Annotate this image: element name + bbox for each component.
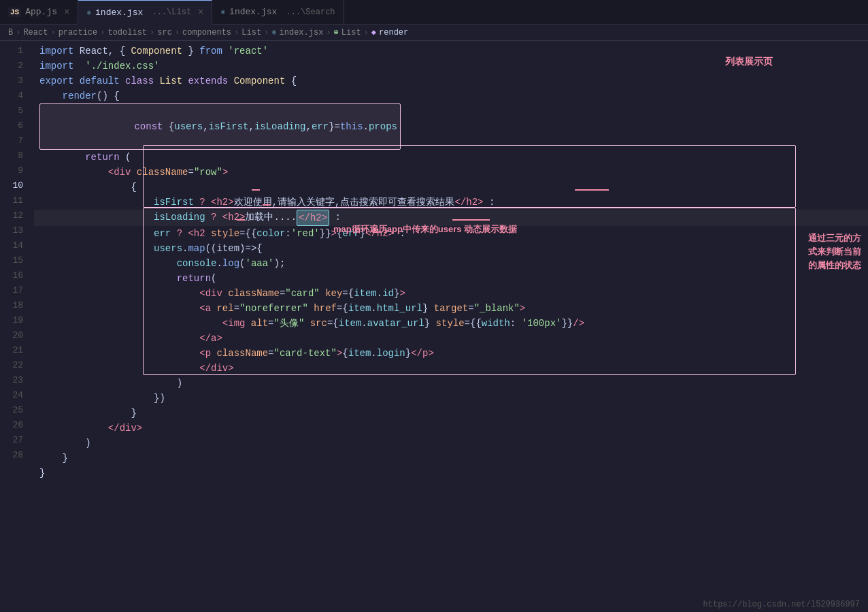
code-line-9: isFirst ? <h2>欢迎使用,请输入关键字,点击搜索即可查看搜索结果</… [34, 195, 868, 210]
ln-4: 4 [5, 88, 23, 103]
code-line-18: </a> [34, 331, 868, 346]
breadcrumb-file-icon: ⚛ [271, 27, 276, 37]
breadcrumb-method-icon: ◆ [371, 27, 376, 37]
ln-13: 13 [5, 223, 23, 238]
ln-3: 3 [5, 74, 23, 88]
code-line-19: <p className="card-text">{item.login}</p… [34, 346, 868, 361]
code-line-24: </div> [34, 421, 868, 436]
tab-indexjsx-list-label: index.jsx [95, 7, 143, 18]
code-line-17: <img alt="头像" src={item.avatar_url} styl… [34, 316, 868, 331]
tab-indexjsx-list[interactable]: ⚛ index.jsx ...\List × [78, 0, 212, 25]
ln-24: 24 [5, 388, 23, 403]
ln-14: 14 [5, 238, 23, 253]
ln-5: 5 [5, 103, 23, 118]
code-line-28 [34, 481, 868, 526]
breadcrumb-practice: practice [59, 28, 98, 37]
line-numbers: 1 2 3 4 5 6 7 8 9 10 11 12 13 14 15 16 1… [0, 41, 34, 609]
breadcrumb-react: React [23, 28, 48, 37]
jsx-icon-search: ⚛ [220, 7, 225, 16]
tab-appjs-close[interactable]: × [64, 7, 69, 18]
code-line-5: const {users,isFirst,isLoading,err}=this… [34, 103, 868, 150]
code-line-7: <div className="row"> [34, 165, 868, 180]
tab-indexjsx-search[interactable]: ⚛ index.jsx ...\Search [212, 0, 344, 25]
ln-11: 11 [5, 193, 23, 208]
tab-bar: JS App.js × ⚛ index.jsx ...\List × ⚛ ind… [0, 0, 868, 25]
code-line-13: console.log('aaa'); [34, 256, 868, 271]
tab-appjs-label: App.js [25, 7, 57, 17]
code-line-16: <a rel="noreferrer" href={item.html_url}… [34, 301, 868, 316]
js-icon: JS [8, 7, 21, 17]
tab-appjs[interactable]: JS App.js × [0, 0, 78, 25]
ln-7: 7 [5, 133, 23, 148]
jsx-icon-list: ⚛ [86, 8, 91, 17]
code-line-3: export default class List extends Compon… [34, 74, 868, 88]
ln-21: 21 [5, 343, 23, 358]
ln-25: 25 [5, 403, 23, 418]
ln-15: 15 [5, 253, 23, 268]
code-line-12: users.map((item)=>{ [34, 241, 868, 256]
code-line-14: return( [34, 271, 868, 286]
ln-12: 12 [5, 208, 23, 223]
code-line-27: } [34, 466, 868, 481]
ln-6: 6 [5, 118, 23, 133]
ln-18: 18 [5, 298, 23, 313]
code-line-4: render() { [34, 88, 868, 103]
annotation-ternary: 通过三元的方 式来判断当前 的属性的状态 [808, 231, 861, 272]
code-line-6: return ( [34, 150, 868, 165]
code-line-20: </div> [34, 361, 868, 376]
annotation-map: map循环遍历app中传来的users 动态展示数据 [333, 223, 517, 236]
ln-28: 28 [5, 448, 23, 463]
ln-16: 16 [5, 268, 23, 283]
ln-10: 10 [5, 178, 23, 193]
breadcrumb-src: src [157, 28, 172, 37]
annotation-list-page: 列表展示页 [725, 56, 773, 68]
ln-8: 8 [5, 148, 23, 163]
code-line-22: }) [34, 391, 868, 406]
ln-26: 26 [5, 418, 23, 433]
code-line-21: ) [34, 376, 868, 391]
breadcrumb-b: B [8, 28, 13, 37]
code-line-23: } [34, 406, 868, 421]
breadcrumb-class-icon: ⊕ [334, 27, 339, 37]
ln-9: 9 [5, 163, 23, 178]
ln-27: 27 [5, 433, 23, 448]
breadcrumb-list: List [241, 28, 261, 37]
tab-path-list: ...\List [147, 7, 191, 17]
breadcrumb-todolist: todolist [107, 28, 147, 37]
tab-indexjsx-search-label: index.jsx [229, 7, 277, 17]
ln-22: 22 [5, 358, 23, 373]
breadcrumb-method: render [379, 28, 408, 37]
ln-1: 1 [5, 44, 23, 59]
tab-list-close[interactable]: × [198, 7, 203, 18]
breadcrumb-filename: index.jsx [280, 28, 324, 37]
editor: 1 2 3 4 5 6 7 8 9 10 11 12 13 14 15 16 1… [0, 41, 868, 609]
breadcrumb-components: components [182, 28, 231, 37]
code-line-25: ) [34, 436, 868, 451]
ln-23: 23 [5, 373, 23, 388]
code-content[interactable]: import React, { Component } from 'react'… [34, 41, 868, 609]
breadcrumb: B › React › practice › todolist › src › … [0, 25, 868, 41]
ln-20: 20 [5, 328, 23, 343]
code-line-8: { [34, 180, 868, 195]
code-line-26: } [34, 451, 868, 466]
ln-17: 17 [5, 283, 23, 298]
ln-19: 19 [5, 313, 23, 328]
code-line-15: <div className="card" key={item.id}> [34, 286, 868, 301]
ln-2: 2 [5, 59, 23, 74]
bottom-url: https://blog.csdn.net/l529936997 [695, 597, 868, 612]
tab-path-search: ...\Search [281, 7, 335, 17]
breadcrumb-classname: List [341, 28, 361, 37]
